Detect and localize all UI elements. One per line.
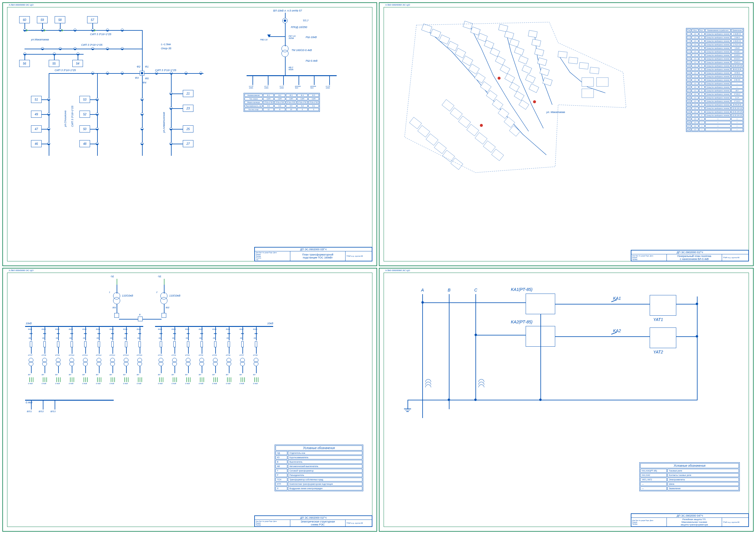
hv-label: 110/10кВ <box>169 294 180 297</box>
line <box>164 279 165 285</box>
svg-rect-39 <box>537 58 547 66</box>
drawing-group: ТПкР-и-д. группа К8 <box>722 254 749 261</box>
line <box>253 76 253 85</box>
node-53: 53 <box>79 96 90 103</box>
drawing-code: ДП ЭС.0902000 03ГЧ <box>255 247 372 251</box>
node-51: 51 <box>31 96 41 103</box>
line <box>164 304 165 313</box>
contact-ka2-label: KA2 <box>613 328 621 333</box>
coil-yat1-label: YAT1 <box>653 317 663 322</box>
breaker-icon <box>162 313 166 318</box>
phase-a: A <box>421 288 424 292</box>
wire <box>423 302 526 303</box>
feeder-f1: ул.16 100А <box>249 85 254 89</box>
ct-coil-c <box>478 379 484 387</box>
connection-dot <box>121 47 124 50</box>
node-60: 60 <box>19 16 30 23</box>
wire <box>623 304 650 304</box>
coil-yat2 <box>650 327 676 348</box>
wire <box>476 335 526 336</box>
arrow-icon <box>44 29 46 32</box>
svg-rect-38 <box>534 48 544 56</box>
th: Наименование <box>245 94 262 97</box>
t-label: 2 <box>156 291 157 293</box>
wire <box>555 336 611 337</box>
bus10-label: 10кВ <box>26 322 32 325</box>
sheet-id: h.№0 000/0060 ЭС ЦО <box>385 4 410 6</box>
connection-dot <box>141 113 144 116</box>
xfmr-lv-icon <box>113 297 120 304</box>
svg-rect-21 <box>490 48 500 57</box>
dot-icon <box>141 72 143 74</box>
contact-ka1 <box>611 304 623 304</box>
svg-rect-34 <box>526 74 535 83</box>
node-25: 25 <box>183 125 193 133</box>
svg-rect-22 <box>495 56 505 65</box>
svg-rect-3 <box>421 24 432 33</box>
svg-rect-23 <box>500 64 510 74</box>
line <box>41 129 49 130</box>
feeder-f6: ул.16 100А <box>326 85 330 89</box>
phase-b-bus <box>449 294 449 409</box>
svg-rect-47 <box>597 78 608 87</box>
arrester-label: РВО-10 <box>260 38 268 41</box>
drawing-group: ТПкР-и-д. группа К8 <box>345 251 372 261</box>
line <box>269 36 285 37</box>
drawing-title: План трансформаторной подстанции ТОС 160… <box>290 251 345 261</box>
svg-rect-57 <box>458 116 471 128</box>
line <box>41 144 49 144</box>
titleblock-br: ДП ЭС.0902000 04ГЧ Изм Лист № докум Подп… <box>631 513 749 527</box>
ground-icon <box>404 409 411 412</box>
legend-table-br: Условные обозначения KA1,KA2(РТ-85)Токов… <box>639 462 740 491</box>
cable-label: СИП 3 3*16+1*25 <box>55 69 76 72</box>
junction-dot <box>474 398 477 401</box>
disconnector-label: РЛНД-10/250 <box>291 26 307 29</box>
panel-br: h.№0 000/0060 ЭС ЦО A B C KA1(РТ-85) KA1… <box>379 268 754 532</box>
drawing-grid: h.№0 000/0060 ЭС ЦО 60 59 58 57 СИП 3 3*… <box>2 2 754 532</box>
sheet-id: h.№0 000/0060 ЭС ЦО <box>385 269 410 272</box>
arrow-icon <box>62 29 64 32</box>
source-line-label: ВЛ-10кВ л. п.5 от№ 57 <box>273 9 302 12</box>
street-spishkina: ул.Спишкина <box>64 111 67 127</box>
phase-b: B <box>448 288 450 292</box>
svg-rect-36 <box>528 30 537 38</box>
svg-rect-13 <box>492 99 503 110</box>
th: Ф.1 <box>263 94 274 97</box>
panel-bl-inner: ОД ОД 110/10кВ 110/10кВ 1 2 В01 В02 В 10… <box>7 273 372 527</box>
svg-rect-24 <box>505 73 515 83</box>
node-57: 57 <box>87 16 98 23</box>
line <box>93 23 93 29</box>
svg-rect-50 <box>418 125 430 137</box>
bus-10kv-s1 <box>25 326 143 327</box>
svg-rect-43 <box>568 57 578 64</box>
cable-label-v: СИП 3 3*16+1*25 <box>71 106 74 127</box>
line <box>329 76 330 85</box>
bus-10kv-s2 <box>155 326 273 327</box>
coil-yat2-label: YAT2 <box>653 350 663 354</box>
line <box>90 114 97 115</box>
bus10-label: 10кВ <box>267 322 273 325</box>
svg-rect-10 <box>474 73 485 83</box>
line <box>285 64 285 75</box>
node-54: 54 <box>72 60 83 67</box>
wire <box>540 347 541 400</box>
xfmr-secondary-icon <box>282 50 288 57</box>
line <box>117 279 117 285</box>
line <box>173 93 183 94</box>
line <box>24 30 143 31</box>
node-46: 46 <box>31 140 41 147</box>
xfmr-lv-icon <box>160 297 168 304</box>
svg-rect-33 <box>522 65 532 74</box>
cable-label: СИП 3 3*16+1*25 <box>90 33 111 36</box>
junction-dot <box>421 301 424 304</box>
connection-dot <box>91 72 94 75</box>
xfmr-label: ТМ 160/10-0.4кВ <box>291 49 312 52</box>
connection-dot <box>170 107 173 110</box>
line <box>145 73 203 74</box>
svg-rect-46 <box>582 78 594 87</box>
t-label: 1 <box>109 291 110 293</box>
line <box>285 57 285 64</box>
node-56: 56 <box>19 60 30 67</box>
tp-label: ТП.7 <box>303 19 309 22</box>
line <box>90 144 97 144</box>
